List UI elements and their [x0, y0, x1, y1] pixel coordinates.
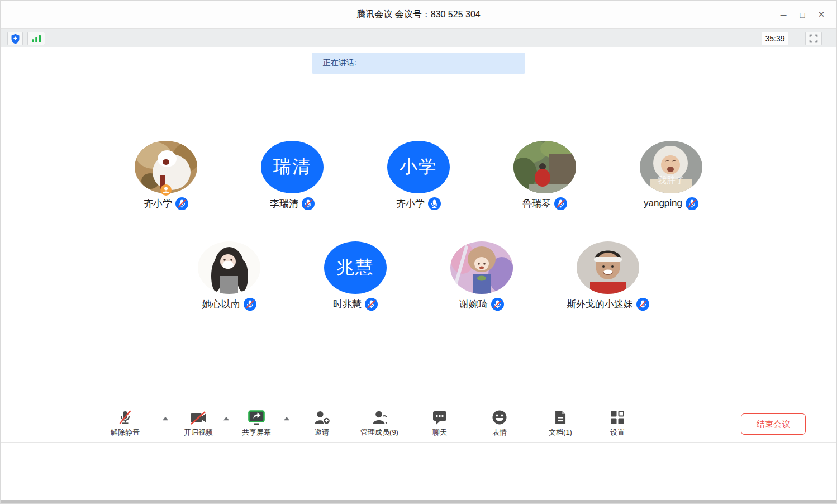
invite-button[interactable]: 邀请 [313, 408, 330, 438]
participant-card[interactable]: 齐小学 [103, 141, 229, 210]
minimize-icon[interactable]: ─ [774, 5, 793, 24]
unmute-button[interactable]: 解除静音 [111, 408, 140, 438]
avatar [450, 241, 513, 294]
participant-name-row: 齐小学 [144, 197, 188, 210]
mic-slash-icon [117, 410, 133, 425]
window-title: 腾讯会议 会议号：830 525 304 [1, 1, 836, 28]
security-shield-button[interactable] [7, 32, 23, 45]
person-icon [372, 410, 387, 425]
docs-button[interactable]: 文档(1) [549, 408, 572, 438]
manage-members-button[interactable]: 管理成员(9) [360, 408, 398, 438]
mic-options-caret-icon[interactable] [163, 416, 169, 421]
participant-name-row: 谢婉琦 [459, 297, 504, 311]
participant-name: 齐小学 [144, 197, 172, 210]
participant-card[interactable]: 谢婉琦 [419, 241, 545, 311]
participant-row-2: 她心以南 兆慧 时兆慧 谢婉琦 [1, 241, 836, 311]
speaking-banner-label: 正在讲话: [323, 58, 356, 68]
shield-plus-icon [11, 34, 20, 44]
participant-name-row: 李瑞清 [270, 197, 315, 210]
participant-name-row: 鲁瑞琴 [522, 197, 567, 210]
avatar-initials: 瑞清 [261, 141, 324, 193]
participant-card[interactable]: 她心以南 [166, 241, 292, 311]
participant-name: 她心以南 [202, 298, 240, 311]
participant-name-row: yangping [644, 197, 698, 210]
signal-bars-icon [31, 34, 42, 43]
meeting-window: 腾讯会议 会议号：830 525 304 ─ □ ✕ 35:39 正在讲话: [0, 0, 837, 504]
participant-name: 齐小学 [396, 197, 425, 210]
participant-name: 鲁瑞琴 [522, 197, 551, 210]
avatar-photo-masked-girl [198, 241, 260, 294]
avatar-photo-anime-girl [450, 241, 513, 294]
avatar [513, 141, 576, 193]
participant-card[interactable]: 小学 齐小学 [355, 141, 482, 210]
avatar-photo-baby [640, 141, 702, 193]
mic-muted-icon[interactable] [175, 197, 188, 210]
mic-muted-icon[interactable] [686, 197, 698, 210]
participant-name-row: 她心以南 [202, 297, 256, 311]
speaking-banner: 正在讲话: [312, 53, 525, 74]
settings-button[interactable]: 设置 [610, 408, 625, 438]
mic-muted-icon[interactable] [244, 298, 256, 311]
settings-label: 设置 [610, 427, 625, 438]
docs-label: 文档(1) [549, 427, 572, 438]
participant-name-row: 齐小学 [396, 197, 441, 210]
participant-card[interactable]: 斯外戈的小迷妹 [545, 241, 671, 311]
participant-name-row: 时兆慧 [333, 297, 378, 311]
participant-card[interactable]: 鲁瑞琴 [482, 141, 608, 210]
mic-muted-icon[interactable] [636, 298, 649, 311]
participant-row-1: 齐小学 瑞清 李瑞清 小学 齐小学 [1, 141, 836, 210]
video-options-caret-icon[interactable] [223, 416, 230, 421]
participant-card[interactable]: 瑞清 李瑞清 [229, 141, 355, 210]
avatar: 兆慧 [324, 241, 387, 294]
avatar [577, 241, 639, 294]
start-video-label: 开启视频 [184, 427, 213, 438]
avatar: 我胖了 [640, 141, 702, 193]
footer-blank-area [1, 443, 836, 500]
invite-label: 邀请 [315, 427, 329, 438]
mic-muted-icon[interactable] [365, 298, 378, 311]
share-screen-button[interactable]: 共享屏幕 [242, 408, 271, 438]
start-video-button[interactable]: 开启视频 [184, 408, 213, 438]
share-screen-label: 共享屏幕 [242, 427, 271, 438]
meeting-content: 正在讲话: 齐小学 瑞清 李瑞清 [1, 48, 836, 442]
mic-on-icon[interactable] [428, 197, 441, 210]
fullscreen-corners-icon [809, 34, 818, 43]
document-icon [554, 410, 567, 425]
share-screen-icon [248, 410, 265, 425]
participant-name: 谢婉琦 [459, 298, 488, 311]
mic-muted-icon[interactable] [554, 197, 567, 210]
close-icon[interactable]: ✕ [812, 5, 831, 24]
chat-label: 聊天 [432, 427, 447, 438]
mic-muted-icon[interactable] [491, 298, 504, 311]
chat-bubble-icon [432, 410, 448, 425]
participant-name: yangping [644, 198, 682, 209]
share-options-caret-icon[interactable] [284, 416, 290, 421]
smiley-face-icon [492, 410, 507, 425]
avatar: 瑞清 [261, 141, 324, 193]
manage-members-label: 管理成员(9) [360, 427, 398, 438]
mic-muted-icon[interactable] [302, 197, 315, 210]
avatar-initials: 小学 [387, 141, 450, 193]
chat-button[interactable]: 聊天 [432, 408, 448, 438]
participant-card[interactable]: 兆慧 时兆慧 [292, 241, 419, 311]
end-meeting-button[interactable]: 结束会议 [741, 413, 806, 435]
host-badge-icon [160, 184, 172, 196]
avatar: 小学 [387, 141, 450, 193]
status-bar: 35:39 [1, 28, 836, 47]
unmute-label: 解除静音 [111, 427, 140, 438]
camera-slash-icon [190, 411, 207, 425]
avatar-photo-garden [513, 141, 576, 193]
emoji-button[interactable]: 表情 [492, 408, 507, 438]
participant-name-row: 斯外戈的小迷妹 [567, 297, 649, 311]
network-signal-button[interactable] [27, 32, 45, 45]
fullscreen-button[interactable] [805, 32, 822, 45]
participant-card[interactable]: 我胖了 yangping [608, 141, 734, 210]
control-toolbar: 解除静音 开启视频 共享屏幕 邀请 管理成员(9) 聊天 表情 [1, 406, 836, 442]
participant-name: 时兆慧 [333, 298, 362, 311]
maximize-icon[interactable]: □ [793, 5, 812, 24]
emoji-label: 表情 [492, 427, 507, 438]
participant-name: 李瑞清 [270, 197, 298, 210]
meeting-timer: 35:39 [762, 32, 788, 45]
avatar-initials: 兆慧 [324, 241, 387, 294]
settings-grid-icon [610, 410, 625, 425]
